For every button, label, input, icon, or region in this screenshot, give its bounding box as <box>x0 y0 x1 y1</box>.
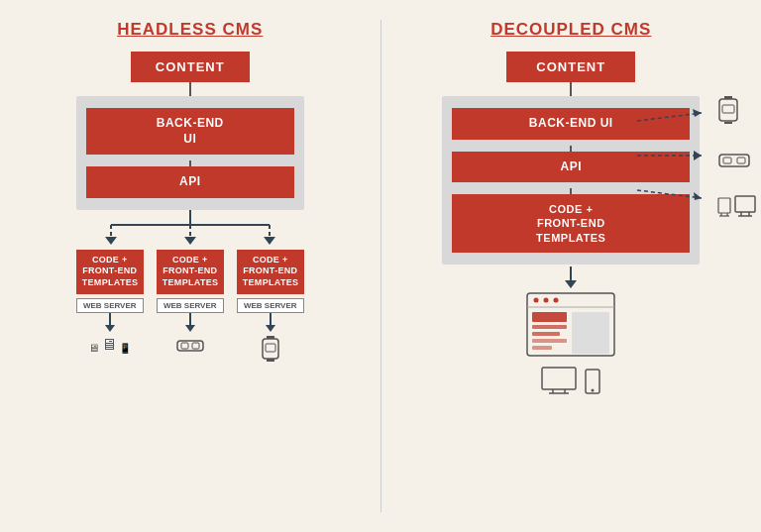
headless-backend-box: BACK-ENDUI <box>86 108 294 155</box>
svg-rect-33 <box>735 196 755 212</box>
decoupled-monitor-icon <box>541 367 577 394</box>
headless-diagram: HEADLESS CMS CONTENT BACK-ENDUI API <box>0 10 380 522</box>
headless-webserver-2: WEB SERVER <box>157 298 224 313</box>
svg-line-16 <box>637 113 702 121</box>
svg-rect-10 <box>181 343 188 349</box>
headless-col-3: CODE +FRONT-ENDTEMPLATES WEB SERVER <box>237 250 304 366</box>
decoupled-bottom-connector <box>570 266 572 280</box>
svg-rect-29 <box>718 198 730 213</box>
svg-rect-28 <box>737 158 745 163</box>
svg-rect-45 <box>532 339 567 343</box>
svg-rect-48 <box>542 368 576 389</box>
decoupled-desktop-icon <box>717 195 756 219</box>
decoupled-vr-icon <box>717 150 756 173</box>
headless-gray-box: BACK-ENDUI API <box>76 96 304 210</box>
decoupled-content-box: CONTENT <box>506 52 635 82</box>
svg-rect-13 <box>263 339 278 359</box>
svg-rect-15 <box>266 344 275 352</box>
monitor-icon: 🖥 <box>101 336 117 354</box>
svg-rect-11 <box>192 343 199 349</box>
mobile-icon: 📱 <box>119 343 131 354</box>
decoupled-browser-icon <box>526 292 615 361</box>
svg-rect-27 <box>723 158 731 163</box>
col3-arrow-line <box>270 313 272 325</box>
svg-point-39 <box>544 298 549 303</box>
col1-arrow-line <box>109 313 111 325</box>
headless-api-box: API <box>86 166 294 198</box>
svg-marker-21 <box>694 192 702 200</box>
col1-arrowhead <box>105 325 115 332</box>
headless-webserver-3: WEB SERVER <box>237 298 304 313</box>
headless-col-2: CODE +FRONT-ENDTEMPLATES WEB SERVER <box>157 250 224 366</box>
svg-marker-8 <box>264 237 275 245</box>
headless-template-2: CODE +FRONT-ENDTEMPLATES <box>157 250 224 294</box>
headless-title: HEADLESS CMS <box>117 20 263 40</box>
svg-marker-6 <box>105 237 117 245</box>
svg-rect-44 <box>532 332 560 336</box>
decoupled-bottom-arrow <box>565 280 577 288</box>
svg-marker-17 <box>693 109 702 117</box>
svg-rect-25 <box>722 105 734 113</box>
headless-col-1: CODE +FRONT-ENDTEMPLATES WEB SERVER 🖥 🖥 … <box>76 250 144 366</box>
svg-point-53 <box>592 389 595 392</box>
svg-marker-19 <box>694 151 702 160</box>
col2-arrow-line <box>189 313 191 325</box>
decoupled-side-devices <box>717 96 756 219</box>
spread-section <box>76 210 304 250</box>
headless-three-cols: CODE +FRONT-ENDTEMPLATES WEB SERVER 🖥 🖥 … <box>76 250 304 366</box>
decoupled-tablet-icon <box>585 369 600 394</box>
headless-device-3 <box>261 336 280 366</box>
svg-point-38 <box>534 298 539 303</box>
svg-rect-14 <box>267 359 274 362</box>
svg-rect-24 <box>724 122 732 124</box>
svg-line-20 <box>637 190 702 198</box>
decoupled-connector-1 <box>570 82 572 96</box>
svg-rect-42 <box>532 312 567 322</box>
decoupled-diagram: DECOUPLED CMS CONTENT BACK-END UI API CO… <box>381 10 762 522</box>
headless-template-3: CODE +FRONT-ENDTEMPLATES <box>237 250 304 294</box>
decoupled-watch-icon <box>717 96 756 128</box>
decoupled-bottom-devices <box>541 367 600 394</box>
svg-rect-47 <box>572 312 609 354</box>
col3-arrowhead <box>266 325 275 332</box>
svg-rect-43 <box>532 325 567 329</box>
tablet-icon: 🖥 <box>88 342 99 354</box>
svg-marker-7 <box>184 237 196 245</box>
decoupled-main-section: BACK-END UI API CODE +FRONT-ENDTEMPLATES <box>386 96 757 265</box>
headless-content-box: CONTENT <box>131 52 250 82</box>
connector-1 <box>189 82 191 96</box>
headless-webserver-1: WEB SERVER <box>76 298 144 313</box>
svg-rect-46 <box>532 346 552 350</box>
headless-template-1: CODE +FRONT-ENDTEMPLATES <box>76 250 144 294</box>
headless-device-1: 🖥 🖥 📱 <box>88 336 131 354</box>
headless-device-2 <box>175 336 205 359</box>
col2-arrowhead <box>185 325 195 332</box>
decoupled-title: DECOUPLED CMS <box>490 20 651 40</box>
svg-point-40 <box>554 298 559 303</box>
